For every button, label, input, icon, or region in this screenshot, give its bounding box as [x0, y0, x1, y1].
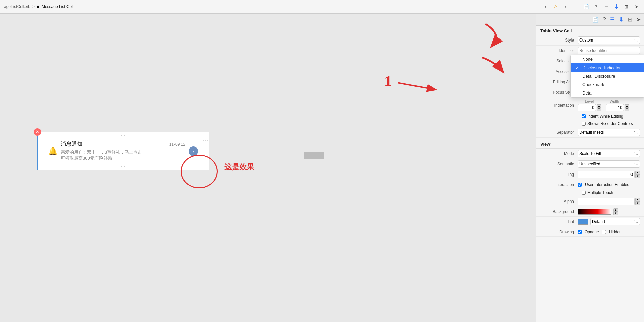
file-icon: ■	[37, 4, 39, 9]
background-row: Background ▲ ▼	[536, 207, 644, 217]
background-down[interactable]: ▼	[613, 212, 618, 215]
disclosure-check: ✓	[575, 65, 580, 70]
shows-reorder-checkbox[interactable]	[582, 122, 586, 126]
background-swatch[interactable]	[578, 209, 611, 215]
indent-width-down[interactable]: ▼	[625, 108, 629, 111]
indent-width-up[interactable]: ▲	[625, 104, 629, 108]
indent-level-up[interactable]: ▲	[597, 104, 601, 108]
alpha-input[interactable]	[578, 198, 635, 205]
dropdown-item-disclosure-indicator[interactable]: ✓ Disclosure Indicator	[571, 63, 644, 72]
indent-level-stepper[interactable]: ▲ ▼	[597, 104, 601, 111]
tint-chevron-icon: ⌃⌄	[633, 220, 638, 224]
download-icon[interactable]: ⬇	[613, 3, 620, 10]
tint-label: Tint	[540, 219, 578, 224]
mode-label: Mode	[540, 151, 578, 156]
warning-icon[interactable]: ⚠	[552, 3, 559, 10]
tag-stepper[interactable]: ▲ ▼	[635, 171, 640, 178]
multiple-touch-checkbox[interactable]	[582, 191, 586, 195]
style-select[interactable]: Custom ⌃⌄	[578, 36, 640, 44]
background-up[interactable]: ▲	[613, 208, 618, 212]
indent-level-group: ▲ ▼	[578, 104, 601, 111]
mode-chevron-icon: ⌃⌄	[633, 152, 638, 156]
cell-chevron[interactable]: ›	[189, 146, 198, 156]
alpha-row: Alpha ▲ ▼	[536, 196, 644, 207]
dropdown-item-detail[interactable]: Detail	[571, 89, 644, 97]
multiple-touch-row: Multiple Touch	[578, 189, 644, 196]
tint-swatch[interactable]	[578, 219, 588, 225]
canvas-area: ✕ ··· ⋮ 🔔 消息通知 11-09 12 亲爱的用户：双十一，3重好礼，马…	[0, 14, 536, 322]
drawing-label: Drawing	[540, 230, 578, 234]
semantic-select[interactable]: Unspecified ⌃⌄	[578, 160, 640, 168]
file-tool-icon[interactable]: 📄	[583, 3, 589, 10]
mode-row: Mode Scale To Fill ⌃⌄	[536, 149, 644, 159]
panel-file-icon[interactable]: 📄	[592, 16, 599, 23]
svg-line-1	[398, 83, 435, 89]
indent-while-editing-checkbox[interactable]	[582, 114, 586, 118]
indentation-row: Indentation Level Width ▲ ▼	[536, 98, 644, 113]
navigate-icon[interactable]: ➤	[633, 3, 640, 10]
cell-left-handle: ⋮	[38, 138, 44, 164]
nav-back-button[interactable]: ‹	[542, 3, 549, 10]
dropdown-item-checkmark[interactable]: Checkmark	[571, 80, 644, 89]
indent-level-input[interactable]	[578, 104, 596, 111]
cell-outer: ✕ ··· ⋮ 🔔 消息通知 11-09 12 亲爱的用户：双十一，3重好礼，马…	[37, 132, 209, 170]
alpha-down[interactable]: ▼	[635, 202, 640, 205]
cell-dots-top: ···	[38, 132, 209, 138]
style-value: Custom	[579, 38, 593, 43]
indent-while-editing-label: Indent While Editing	[587, 114, 623, 119]
mode-value: Scale To Fill	[579, 151, 601, 156]
alpha-stepper[interactable]: ▲ ▼	[635, 198, 640, 205]
shows-reorder-row: Shows Re-order Controls	[578, 120, 644, 127]
breadcrumb: ageListCell.xib > ■ Message List Cell	[4, 4, 539, 9]
dropdown-detail-disclosure-label: Detail Disclosure	[582, 74, 615, 79]
panel-inspector-icon[interactable]: ☰	[610, 16, 615, 23]
background-label: Background	[540, 209, 578, 214]
mode-select[interactable]: Scale To Fill ⌃⌄	[578, 150, 640, 157]
panel-help-icon[interactable]: ?	[603, 17, 606, 23]
cell-title-row: 消息通知 11-09 12	[61, 141, 185, 148]
style-row: Style Custom ⌃⌄	[536, 35, 644, 46]
tint-row: Tint Default ⌃⌄	[536, 217, 644, 227]
cell-text-area: 消息通知 11-09 12 亲爱的用户：双十一，3重好礼，马上点击 可领取最高3…	[61, 141, 185, 161]
background-stepper[interactable]: ▲ ▼	[613, 208, 618, 215]
tint-select[interactable]: Default ⌃⌄	[590, 218, 640, 225]
dropdown-disclosure-label: Disclosure Indicator	[582, 65, 621, 70]
alpha-up[interactable]: ▲	[635, 198, 640, 202]
tag-up[interactable]: ▲	[635, 171, 640, 175]
cell-body: 亲爱的用户：双十一，3重好礼，马上点击 可领取最高300元车险补贴	[61, 149, 185, 161]
tint-value: Default	[592, 219, 605, 224]
inspector-icon[interactable]: ☰	[603, 3, 610, 10]
separator-chevron-icon: ⌃⌄	[633, 131, 638, 134]
accessory-dropdown[interactable]: None ✓ Disclosure Indicator Detail Discl…	[570, 55, 644, 98]
nav-forward-button[interactable]: ›	[562, 3, 569, 10]
cell-close-button[interactable]: ✕	[34, 128, 41, 136]
indent-width-input[interactable]	[606, 104, 624, 111]
cell-preview-wrapper: ✕ ··· ⋮ 🔔 消息通知 11-09 12 亲爱的用户：双十一，3重好礼，马…	[37, 132, 209, 170]
library-icon[interactable]: ⊞	[623, 3, 630, 10]
identifier-input[interactable]	[578, 47, 640, 54]
tag-down[interactable]: ▼	[635, 175, 640, 178]
tag-input[interactable]	[578, 171, 635, 178]
hidden-checkbox[interactable]	[602, 230, 606, 234]
dropdown-item-none[interactable]: None	[571, 55, 644, 63]
cell-title: 消息通知	[61, 141, 82, 148]
help-icon[interactable]: ?	[593, 3, 599, 10]
cell-right-handle: ⋮	[202, 138, 209, 164]
indent-width-stepper[interactable]: ▲ ▼	[625, 104, 629, 111]
panel-download-icon[interactable]: ⬇	[619, 16, 624, 23]
panel-navigate-icon[interactable]: ➤	[636, 16, 641, 23]
right-panel: 📄 ? ☰ ⬇ ⊞ ➤ Table View Cell Style Custom…	[536, 14, 644, 322]
separator-select[interactable]: Default Insets ⌃⌄	[578, 129, 640, 136]
opaque-checkbox[interactable]	[578, 230, 582, 234]
indent-level-down[interactable]: ▼	[597, 108, 601, 111]
indent-width-group: ▲ ▼	[606, 104, 629, 111]
indent-while-editing-row: Indent While Editing	[578, 113, 644, 120]
panel-library-icon[interactable]: ⊞	[628, 16, 632, 23]
indent-inputs: ▲ ▼ ▲ ▼	[578, 104, 640, 111]
breadcrumb-file: ageListCell.xib	[4, 4, 30, 9]
semantic-row: Semantic Unspecified ⌃⌄	[536, 159, 644, 169]
effect-label: 这是效果	[224, 162, 254, 172]
user-interaction-checkbox[interactable]	[578, 183, 582, 187]
dropdown-item-detail-disclosure[interactable]: Detail Disclosure	[571, 72, 644, 80]
indentation-label: Indentation	[540, 103, 578, 108]
